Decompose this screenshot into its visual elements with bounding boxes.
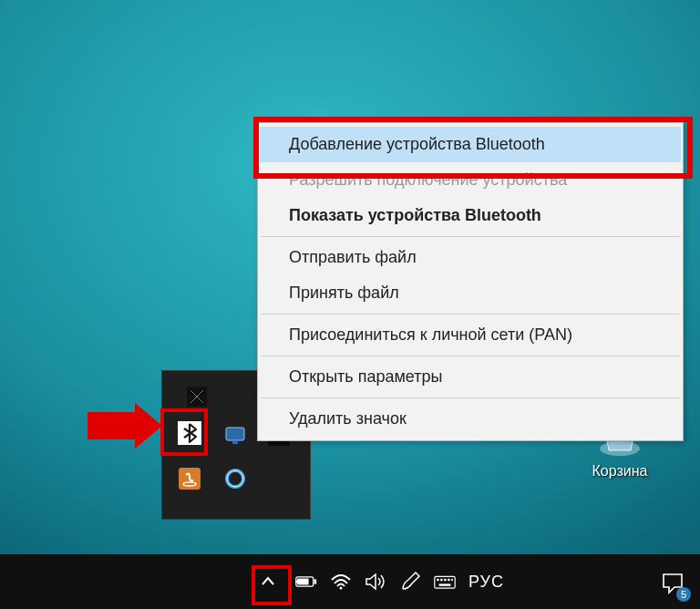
battery-icon[interactable] — [295, 571, 317, 593]
tray-chevron-icon[interactable] — [255, 569, 281, 594]
svg-rect-4 — [226, 428, 244, 440]
svg-point-14 — [340, 587, 343, 590]
svg-rect-19 — [448, 579, 449, 581]
svg-point-10 — [227, 470, 243, 487]
language-indicator[interactable]: РУС — [468, 573, 504, 592]
annotation-arrow-1 — [86, 401, 164, 450]
svg-rect-5 — [232, 441, 238, 444]
menu-allow-connection: Разрешить подключение устройства — [260, 162, 681, 198]
menu-join-pan[interactable]: Присоединиться к личной сети (PAN) — [260, 317, 681, 353]
recycle-bin-label: Корзина — [582, 463, 658, 480]
bluetooth-context-menu: Добавление устройства Bluetooth Разрешит… — [257, 122, 684, 441]
tray-icon-cortana[interactable] — [217, 460, 253, 497]
taskbar[interactable]: РУС 5 — [0, 554, 700, 609]
menu-receive-file[interactable]: Принять файл — [260, 275, 681, 311]
svg-rect-16 — [437, 579, 438, 581]
menu-separator — [261, 236, 680, 237]
menu-open-settings[interactable]: Открыть параметры — [260, 359, 681, 395]
menu-separator — [261, 356, 680, 356]
system-tray: РУС — [295, 554, 504, 609]
action-center-icon[interactable]: 5 — [656, 567, 689, 600]
menu-remove-icon[interactable]: Удалить значок — [260, 401, 681, 437]
svg-rect-18 — [444, 579, 446, 581]
highlight-bluetooth-icon — [160, 408, 208, 456]
menu-separator — [261, 314, 680, 315]
pen-icon[interactable] — [399, 571, 421, 593]
svg-rect-15 — [435, 576, 455, 588]
menu-send-file[interactable]: Отправить файл — [260, 240, 681, 275]
menu-show-devices[interactable]: Показать устройства Bluetooth — [260, 198, 681, 233]
volume-icon[interactable] — [365, 571, 386, 593]
menu-separator — [261, 397, 680, 398]
svg-rect-12 — [314, 579, 317, 583]
notification-badge: 5 — [676, 587, 691, 602]
svg-rect-20 — [451, 579, 453, 581]
highlight-tray-chevron — [252, 565, 292, 605]
tray-icon-java[interactable] — [171, 460, 208, 497]
svg-rect-17 — [440, 579, 442, 581]
tray-icon-monitor[interactable] — [217, 417, 253, 453]
menu-add-device[interactable]: Добавление устройства Bluetooth — [260, 127, 681, 162]
wifi-icon[interactable] — [330, 571, 352, 593]
keyboard-icon[interactable] — [434, 571, 456, 593]
svg-rect-21 — [439, 583, 451, 585]
desktop[interactable]: 9,9 ГБ Корзина Добавление устройства Blu… — [0, 0, 700, 554]
